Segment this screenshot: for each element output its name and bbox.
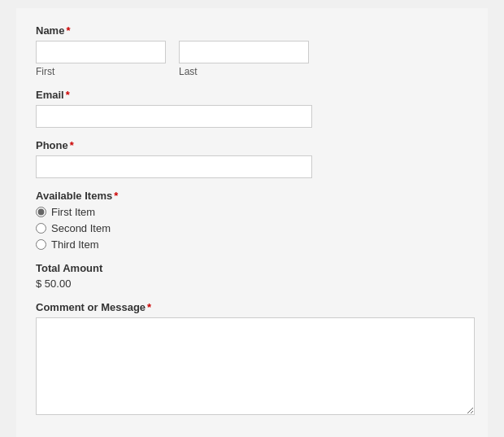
total-amount-group: Total Amount $ 50.00 bbox=[36, 262, 468, 290]
radio-group: First Item Second Item Third Item bbox=[36, 206, 468, 251]
last-name-input[interactable] bbox=[179, 41, 309, 63]
name-label-text: Name bbox=[36, 24, 64, 37]
first-sub-label: First bbox=[36, 66, 166, 77]
available-items-label: Available Items* bbox=[36, 190, 468, 202]
radio-item-second[interactable]: Second Item bbox=[36, 222, 468, 234]
form-container: Name* First Last Email* Phone* Available bbox=[16, 8, 488, 437]
available-items-label-text: Available Items bbox=[36, 190, 112, 202]
phone-input[interactable] bbox=[36, 155, 312, 178]
radio-first-label: First Item bbox=[51, 206, 95, 218]
email-field-group: Email* bbox=[36, 89, 468, 128]
email-label: Email* bbox=[36, 89, 468, 101]
name-row: First Last bbox=[36, 41, 468, 77]
comment-label: Comment or Message* bbox=[36, 301, 468, 313]
comment-required-star: * bbox=[147, 301, 151, 313]
total-amount-label: Total Amount bbox=[36, 262, 468, 274]
items-required-star: * bbox=[114, 190, 118, 202]
total-amount-value: $ 50.00 bbox=[36, 277, 71, 290]
email-input[interactable] bbox=[36, 105, 312, 128]
radio-item-third[interactable]: Third Item bbox=[36, 238, 468, 251]
first-name-col: First bbox=[36, 41, 166, 77]
email-label-text: Email bbox=[36, 89, 64, 101]
comment-textarea[interactable] bbox=[36, 317, 475, 415]
available-items-group: Available Items* First Item Second Item … bbox=[36, 190, 468, 251]
email-required-star: * bbox=[66, 89, 70, 101]
radio-second[interactable] bbox=[36, 223, 46, 234]
phone-label-text: Phone bbox=[36, 139, 68, 151]
phone-label: Phone* bbox=[36, 139, 468, 151]
comment-label-text: Comment or Message bbox=[36, 301, 146, 313]
phone-field-group: Phone* bbox=[36, 139, 468, 178]
radio-third[interactable] bbox=[36, 239, 46, 250]
last-sub-label: Last bbox=[179, 66, 309, 77]
name-field-group: Name* First Last bbox=[36, 24, 468, 77]
comment-field-group: Comment or Message* bbox=[36, 301, 468, 415]
radio-third-label: Third Item bbox=[51, 238, 99, 251]
radio-item-first[interactable]: First Item bbox=[36, 206, 468, 218]
name-required-star: * bbox=[66, 24, 70, 37]
phone-required-star: * bbox=[70, 139, 74, 151]
radio-second-label: Second Item bbox=[51, 222, 111, 234]
name-label: Name* bbox=[36, 24, 468, 37]
first-name-input[interactable] bbox=[36, 41, 166, 63]
radio-first[interactable] bbox=[36, 207, 46, 217]
last-name-col: Last bbox=[179, 41, 309, 77]
